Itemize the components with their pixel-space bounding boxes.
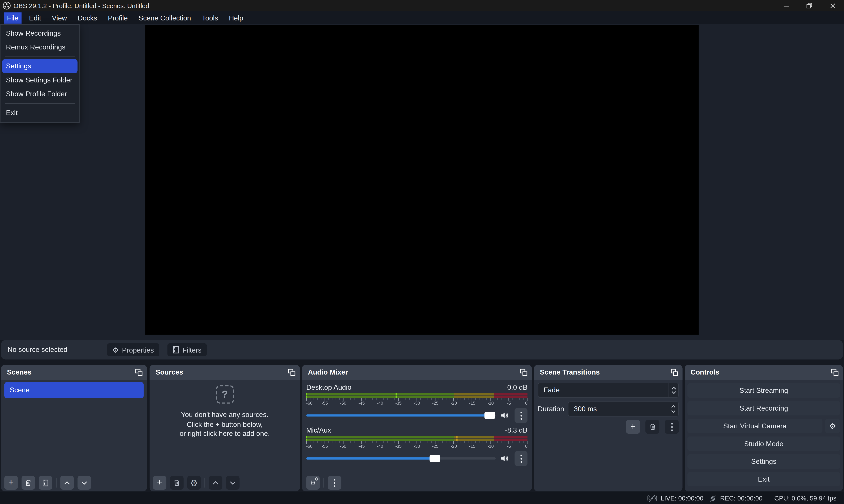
spin-down-icon[interactable] — [671, 410, 676, 413]
audio-mixer-dock-header: Audio Mixer — [302, 365, 532, 380]
volume-meter-bar — [306, 396, 527, 398]
settings-button[interactable]: Settings — [687, 454, 840, 469]
menu-item-remux-recordings[interactable]: Remux Recordings — [0, 40, 79, 55]
start-recording-button[interactable]: Start Recording — [687, 401, 840, 415]
start-streaming-button[interactable]: Start Streaming — [687, 383, 840, 398]
popout-icon[interactable] — [135, 368, 143, 376]
move-scene-up-button[interactable] — [60, 476, 74, 490]
menu-item-exit[interactable]: Exit — [0, 106, 79, 120]
volume-slider-handle[interactable] — [430, 455, 441, 462]
minimize-icon — [784, 3, 789, 8]
speaker-icon[interactable] — [500, 455, 508, 462]
toolbar-separator — [204, 478, 205, 487]
menu-help[interactable]: Help — [226, 12, 247, 23]
transition-select[interactable]: Fade — [538, 383, 679, 398]
close-button[interactable] — [821, 0, 844, 11]
popout-icon[interactable] — [288, 368, 295, 376]
menu-edit[interactable]: Edit — [26, 12, 44, 23]
question-mark-icon: ? — [216, 385, 234, 403]
sources-dock: Sources ? You don't have any sources. Cl… — [150, 365, 300, 491]
channel-menu-button[interactable] — [515, 408, 528, 423]
add-scene-button[interactable]: + — [4, 476, 18, 490]
popout-icon[interactable] — [520, 368, 527, 376]
channel-name: Desktop Audio — [306, 383, 351, 392]
menu-tools[interactable]: Tools — [199, 12, 221, 23]
transition-properties-button[interactable] — [665, 420, 679, 434]
studio-mode-button[interactable]: Studio Mode — [687, 436, 840, 451]
live-time-label: LIVE: 00:00:00 — [661, 494, 703, 502]
plus-icon: + — [157, 478, 162, 487]
popout-icon[interactable] — [671, 368, 678, 376]
exit-button[interactable]: Exit — [687, 472, 840, 486]
empty-text-line: or right click here to add one. — [150, 429, 300, 438]
menu-file[interactable]: File — [4, 12, 21, 23]
chevron-down-icon — [82, 481, 87, 485]
audio-mixer-body: Desktop Audio 0.0 dB -60 -55 -50 -45 -40… — [306, 380, 527, 466]
menu-profile[interactable]: Profile — [105, 12, 131, 23]
start-virtual-camera-button[interactable]: Start Virtual Camera — [687, 419, 823, 433]
transitions-dock-header: Scene Transitions — [534, 365, 683, 380]
add-source-button[interactable]: + — [153, 476, 166, 490]
main-area — [0, 24, 844, 340]
empty-text-line: You don't have any sources. — [150, 410, 300, 419]
transition-selected-value: Fade — [538, 383, 678, 397]
filters-button[interactable]: Filters — [167, 343, 207, 356]
virtual-camera-config-button[interactable]: ⚙ — [825, 419, 840, 433]
volume-slider-handle[interactable] — [485, 412, 496, 419]
plus-icon: + — [630, 421, 635, 431]
menu-docks[interactable]: Docks — [74, 12, 101, 23]
empty-text-line: Click the + button below, — [150, 419, 300, 429]
restore-button[interactable] — [797, 0, 821, 11]
kebab-icon — [334, 479, 335, 487]
popout-icon[interactable] — [831, 368, 839, 376]
move-scene-down-button[interactable] — [77, 476, 91, 490]
chevron-down-icon — [230, 481, 236, 485]
double-gear-icon: ⚙⚙ — [310, 480, 316, 486]
scene-list-item[interactable]: Scene — [4, 382, 144, 398]
menu-item-settings[interactable]: Settings — [2, 59, 77, 73]
channel-menu-button[interactable] — [515, 451, 528, 466]
kebab-icon — [671, 423, 672, 431]
menu-bar: File Edit View Docks Profile Scene Colle… — [0, 11, 844, 24]
volume-slider[interactable] — [306, 457, 496, 460]
move-source-up-button[interactable] — [209, 476, 222, 490]
speaker-icon[interactable] — [500, 412, 508, 419]
menu-view[interactable]: View — [49, 12, 70, 23]
sources-empty-state: ? You don't have any sources. Click the … — [150, 385, 300, 438]
menu-scene-collection[interactable]: Scene Collection — [135, 12, 194, 23]
menu-item-show-profile-folder[interactable]: Show Profile Folder — [0, 87, 79, 101]
meter-scale-labels: -60 -55 -50 -45 -40 -35 -30 -25 -20 -15 … — [306, 401, 527, 406]
kebab-icon — [520, 412, 522, 419]
menu-item-show-recordings[interactable]: Show Recordings — [0, 26, 79, 40]
remove-scene-button[interactable] — [21, 476, 35, 490]
window-title: OBS 29.1.2 - Profile: Untitled - Scenes:… — [13, 2, 149, 10]
duration-value[interactable]: 300 ms — [569, 402, 678, 416]
advanced-audio-properties-button[interactable]: ⚙⚙ — [306, 476, 320, 490]
duration-label: Duration — [538, 401, 564, 416]
trash-icon — [649, 423, 656, 430]
combo-arrows[interactable] — [668, 383, 678, 397]
close-icon — [830, 3, 835, 8]
minimize-button[interactable] — [774, 0, 797, 11]
scene-filters-button[interactable] — [39, 476, 52, 490]
volume-slider[interactable] — [306, 414, 496, 416]
properties-button[interactable]: ⚙ Properties — [107, 343, 159, 356]
move-source-down-button[interactable] — [226, 476, 239, 490]
remove-transition-button[interactable] — [645, 420, 660, 434]
preview-canvas[interactable] — [145, 25, 699, 335]
add-transition-button[interactable]: + — [626, 420, 640, 434]
spin-up-icon[interactable] — [671, 405, 676, 408]
source-properties-button[interactable]: ⚙ — [187, 476, 201, 490]
mixer-toolbar: ⚙⚙ — [306, 476, 341, 490]
mixer-menu-button[interactable] — [328, 476, 341, 490]
scenes-dock-header: Scenes — [1, 365, 147, 380]
channel-name: Mic/Aux — [306, 426, 331, 435]
remove-source-button[interactable] — [170, 476, 183, 490]
duration-spinbox[interactable]: 300 ms — [568, 401, 679, 416]
channel-db-value: 0.0 dB — [507, 383, 527, 392]
scenes-dock: Scenes Scene + — [1, 365, 147, 491]
menu-item-show-settings-folder[interactable]: Show Settings Folder — [0, 73, 79, 87]
volume-meter-bar — [306, 438, 527, 441]
source-context-toolbar: No source selected ⚙ Properties Filters — [1, 340, 843, 359]
channel-db-value: -8.3 dB — [505, 426, 528, 435]
